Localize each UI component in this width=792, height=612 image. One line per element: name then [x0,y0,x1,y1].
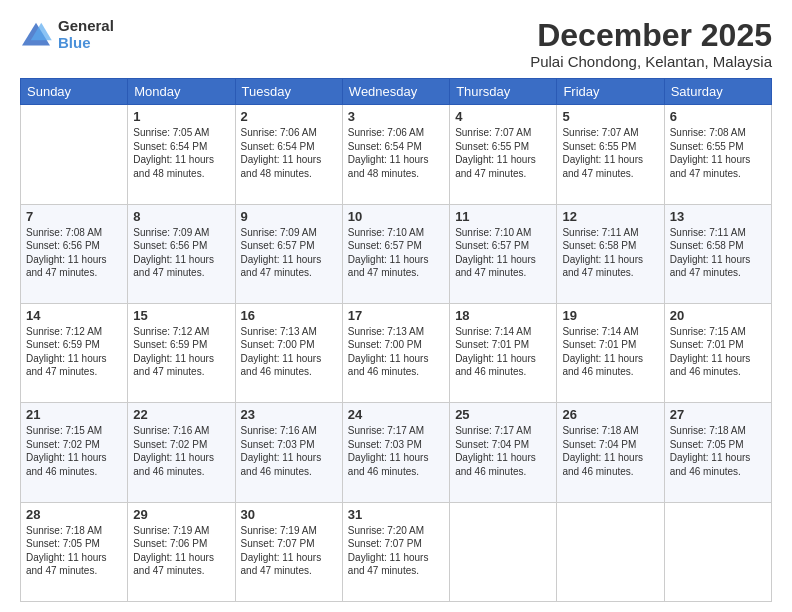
day-number: 25 [455,407,551,422]
day-number: 4 [455,109,551,124]
calendar-cell: 8Sunrise: 7:09 AM Sunset: 6:56 PM Daylig… [128,204,235,303]
day-info: Sunrise: 7:09 AM Sunset: 6:57 PM Dayligh… [241,226,337,280]
logo-line2: Blue [58,35,114,52]
day-info: Sunrise: 7:10 AM Sunset: 6:57 PM Dayligh… [348,226,444,280]
calendar-cell: 16Sunrise: 7:13 AM Sunset: 7:00 PM Dayli… [235,303,342,402]
day-number: 16 [241,308,337,323]
day-number: 2 [241,109,337,124]
calendar-cell: 7Sunrise: 7:08 AM Sunset: 6:56 PM Daylig… [21,204,128,303]
day-info: Sunrise: 7:07 AM Sunset: 6:55 PM Dayligh… [455,126,551,180]
calendar-cell: 28Sunrise: 7:18 AM Sunset: 7:05 PM Dayli… [21,502,128,601]
calendar-cell: 17Sunrise: 7:13 AM Sunset: 7:00 PM Dayli… [342,303,449,402]
day-info: Sunrise: 7:13 AM Sunset: 7:00 PM Dayligh… [241,325,337,379]
logo-line1: General [58,18,114,35]
calendar-header-row: SundayMondayTuesdayWednesdayThursdayFrid… [21,79,772,105]
day-number: 29 [133,507,229,522]
day-info: Sunrise: 7:15 AM Sunset: 7:02 PM Dayligh… [26,424,122,478]
calendar-cell [664,502,771,601]
day-number: 15 [133,308,229,323]
day-info: Sunrise: 7:08 AM Sunset: 6:55 PM Dayligh… [670,126,766,180]
day-number: 27 [670,407,766,422]
day-info: Sunrise: 7:20 AM Sunset: 7:07 PM Dayligh… [348,524,444,578]
day-number: 22 [133,407,229,422]
day-info: Sunrise: 7:18 AM Sunset: 7:05 PM Dayligh… [670,424,766,478]
day-number: 9 [241,209,337,224]
calendar-table: SundayMondayTuesdayWednesdayThursdayFrid… [20,78,772,602]
day-info: Sunrise: 7:17 AM Sunset: 7:04 PM Dayligh… [455,424,551,478]
calendar-cell: 13Sunrise: 7:11 AM Sunset: 6:58 PM Dayli… [664,204,771,303]
day-number: 13 [670,209,766,224]
calendar-week-4: 21Sunrise: 7:15 AM Sunset: 7:02 PM Dayli… [21,403,772,502]
title-block: December 2025 Pulai Chondong, Kelantan, … [530,18,772,70]
header: General Blue December 2025 Pulai Chondon… [20,18,772,70]
calendar-header-wednesday: Wednesday [342,79,449,105]
calendar-cell: 1Sunrise: 7:05 AM Sunset: 6:54 PM Daylig… [128,105,235,204]
day-number: 5 [562,109,658,124]
day-number: 19 [562,308,658,323]
calendar-header-saturday: Saturday [664,79,771,105]
day-number: 28 [26,507,122,522]
calendar-week-1: 1Sunrise: 7:05 AM Sunset: 6:54 PM Daylig… [21,105,772,204]
day-number: 11 [455,209,551,224]
day-info: Sunrise: 7:06 AM Sunset: 6:54 PM Dayligh… [348,126,444,180]
calendar-header-sunday: Sunday [21,79,128,105]
calendar-cell: 26Sunrise: 7:18 AM Sunset: 7:04 PM Dayli… [557,403,664,502]
day-number: 3 [348,109,444,124]
calendar-cell: 24Sunrise: 7:17 AM Sunset: 7:03 PM Dayli… [342,403,449,502]
day-number: 14 [26,308,122,323]
calendar-cell: 5Sunrise: 7:07 AM Sunset: 6:55 PM Daylig… [557,105,664,204]
calendar-cell: 30Sunrise: 7:19 AM Sunset: 7:07 PM Dayli… [235,502,342,601]
day-info: Sunrise: 7:19 AM Sunset: 7:06 PM Dayligh… [133,524,229,578]
calendar-cell: 2Sunrise: 7:06 AM Sunset: 6:54 PM Daylig… [235,105,342,204]
calendar-header-tuesday: Tuesday [235,79,342,105]
calendar-cell: 29Sunrise: 7:19 AM Sunset: 7:06 PM Dayli… [128,502,235,601]
calendar-cell: 27Sunrise: 7:18 AM Sunset: 7:05 PM Dayli… [664,403,771,502]
day-info: Sunrise: 7:11 AM Sunset: 6:58 PM Dayligh… [670,226,766,280]
day-info: Sunrise: 7:14 AM Sunset: 7:01 PM Dayligh… [455,325,551,379]
calendar-cell: 22Sunrise: 7:16 AM Sunset: 7:02 PM Dayli… [128,403,235,502]
logo: General Blue [20,18,114,51]
day-number: 20 [670,308,766,323]
day-info: Sunrise: 7:05 AM Sunset: 6:54 PM Dayligh… [133,126,229,180]
calendar-week-3: 14Sunrise: 7:12 AM Sunset: 6:59 PM Dayli… [21,303,772,402]
day-number: 18 [455,308,551,323]
day-number: 12 [562,209,658,224]
logo-text: General Blue [58,18,114,51]
day-number: 30 [241,507,337,522]
calendar-cell: 15Sunrise: 7:12 AM Sunset: 6:59 PM Dayli… [128,303,235,402]
day-info: Sunrise: 7:15 AM Sunset: 7:01 PM Dayligh… [670,325,766,379]
calendar-week-5: 28Sunrise: 7:18 AM Sunset: 7:05 PM Dayli… [21,502,772,601]
calendar-cell [21,105,128,204]
day-number: 17 [348,308,444,323]
day-number: 24 [348,407,444,422]
calendar-cell: 25Sunrise: 7:17 AM Sunset: 7:04 PM Dayli… [450,403,557,502]
calendar-cell: 12Sunrise: 7:11 AM Sunset: 6:58 PM Dayli… [557,204,664,303]
calendar-cell: 21Sunrise: 7:15 AM Sunset: 7:02 PM Dayli… [21,403,128,502]
calendar-cell: 31Sunrise: 7:20 AM Sunset: 7:07 PM Dayli… [342,502,449,601]
calendar-cell: 10Sunrise: 7:10 AM Sunset: 6:57 PM Dayli… [342,204,449,303]
calendar-cell: 11Sunrise: 7:10 AM Sunset: 6:57 PM Dayli… [450,204,557,303]
day-number: 10 [348,209,444,224]
day-info: Sunrise: 7:13 AM Sunset: 7:00 PM Dayligh… [348,325,444,379]
day-info: Sunrise: 7:07 AM Sunset: 6:55 PM Dayligh… [562,126,658,180]
calendar-cell: 18Sunrise: 7:14 AM Sunset: 7:01 PM Dayli… [450,303,557,402]
day-number: 23 [241,407,337,422]
calendar-cell: 3Sunrise: 7:06 AM Sunset: 6:54 PM Daylig… [342,105,449,204]
calendar-header-monday: Monday [128,79,235,105]
day-info: Sunrise: 7:09 AM Sunset: 6:56 PM Dayligh… [133,226,229,280]
page-title: December 2025 [530,18,772,53]
day-info: Sunrise: 7:11 AM Sunset: 6:58 PM Dayligh… [562,226,658,280]
day-info: Sunrise: 7:19 AM Sunset: 7:07 PM Dayligh… [241,524,337,578]
day-info: Sunrise: 7:12 AM Sunset: 6:59 PM Dayligh… [133,325,229,379]
day-number: 1 [133,109,229,124]
day-number: 26 [562,407,658,422]
logo-icon [20,21,52,49]
calendar-week-2: 7Sunrise: 7:08 AM Sunset: 6:56 PM Daylig… [21,204,772,303]
calendar-header-friday: Friday [557,79,664,105]
day-number: 31 [348,507,444,522]
page: General Blue December 2025 Pulai Chondon… [0,0,792,612]
page-subtitle: Pulai Chondong, Kelantan, Malaysia [530,53,772,70]
calendar-cell [450,502,557,601]
calendar-header-thursday: Thursday [450,79,557,105]
day-number: 21 [26,407,122,422]
